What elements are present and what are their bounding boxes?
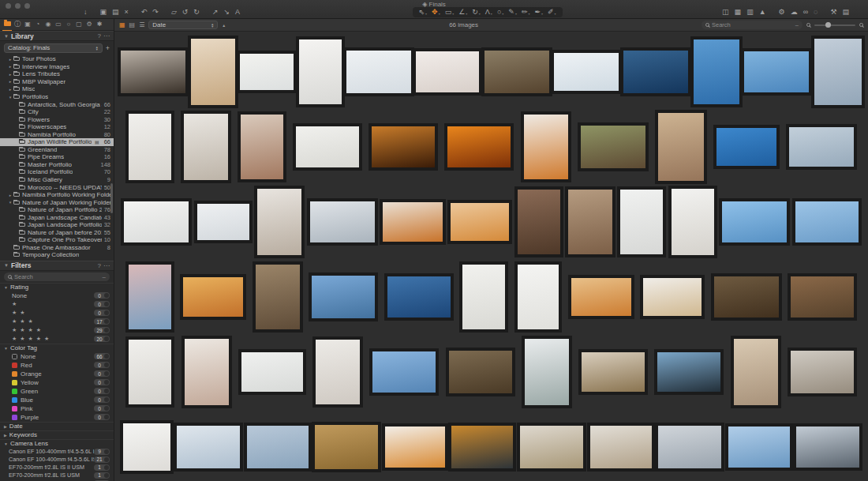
keystone-tool[interactable]: Λ bbox=[485, 9, 490, 16]
filters-panel-header[interactable]: ▼ Filters ? ⋯ bbox=[0, 261, 114, 271]
disclosure-arrow-icon[interactable]: ▸ bbox=[7, 79, 13, 84]
photo-thumbnail[interactable] bbox=[791, 276, 854, 318]
photo-thumbnail[interactable] bbox=[177, 426, 240, 468]
camera-lens-filter-row[interactable]: EF70-200mm f/2.8L IS USM1 bbox=[0, 472, 114, 479]
tool-dropdown-caret[interactable]: ▾ bbox=[528, 12, 529, 16]
grid-overlay-icon[interactable]: ▥ bbox=[746, 9, 754, 16]
sidebar-scrollbar[interactable] bbox=[110, 183, 113, 213]
photo-thumbnail[interactable] bbox=[518, 265, 559, 329]
photo-thumbnail[interactable] bbox=[694, 39, 739, 104]
photo-thumbnail[interactable] bbox=[722, 201, 787, 242]
crop-tab[interactable]: ▭ bbox=[54, 19, 63, 30]
layers-tab[interactable]: ▢ bbox=[74, 19, 84, 30]
photo-thumbnail[interactable] bbox=[123, 423, 170, 471]
spot-removal-tool[interactable]: ○ bbox=[497, 9, 501, 16]
proof-icon[interactable]: ◌ bbox=[814, 9, 817, 16]
filter-count-toggle[interactable]: 0 bbox=[94, 362, 110, 368]
photo-thumbnail[interactable] bbox=[312, 276, 375, 318]
rating-filter-row[interactable]: ★0 bbox=[0, 300, 114, 309]
tree-item-iceland-portfolio[interactable]: Iceland Portfolio70 bbox=[0, 168, 114, 176]
rotate-right-icon[interactable]: ↻ bbox=[193, 9, 200, 16]
photo-thumbnail[interactable] bbox=[796, 427, 859, 468]
thumb-list-icon[interactable]: ▤ bbox=[129, 21, 136, 28]
rating-filter-row[interactable]: None0 bbox=[0, 291, 114, 300]
photo-thumbnail[interactable] bbox=[672, 189, 714, 255]
photo-thumbnail[interactable] bbox=[372, 351, 436, 393]
filter-count-toggle[interactable]: 9 bbox=[94, 449, 110, 455]
browser-toggle-icon[interactable]: ▤ bbox=[843, 9, 850, 16]
photo-thumbnail[interactable] bbox=[462, 265, 505, 329]
photo-thumbnail[interactable] bbox=[129, 265, 171, 329]
photo-thumbnail[interactable] bbox=[620, 190, 663, 254]
disclosure-arrow-icon[interactable]: ▾ bbox=[7, 200, 13, 205]
collapsed-section-keywords[interactable]: ▶Keywords bbox=[0, 430, 114, 439]
photo-thumbnail[interactable] bbox=[383, 202, 443, 242]
filter-count-toggle[interactable]: 0 bbox=[94, 379, 110, 385]
tool-dropdown-caret[interactable]: ▾ bbox=[439, 12, 440, 16]
photo-thumbnail[interactable] bbox=[658, 426, 721, 468]
photo-thumbnail[interactable] bbox=[385, 427, 445, 468]
thumb-details-icon[interactable]: ☰ bbox=[139, 21, 144, 28]
erase-mask-tool[interactable]: ✏ bbox=[522, 9, 528, 16]
photo-thumbnail[interactable] bbox=[582, 352, 645, 392]
filter-count-toggle[interactable]: 0 bbox=[94, 405, 110, 411]
zoom-in-icon[interactable] bbox=[859, 23, 863, 27]
disclosure-arrow-icon[interactable]: ▸ bbox=[7, 193, 13, 197]
photo-thumbnail[interactable] bbox=[744, 51, 809, 92]
photo-thumbnail[interactable] bbox=[247, 426, 309, 468]
photo-thumbnail[interactable] bbox=[447, 126, 511, 167]
styles-tab[interactable]: ◉ bbox=[43, 19, 53, 30]
pan-tool[interactable]: ✥ bbox=[432, 9, 438, 16]
camera-lens-filter-row[interactable]: EF70-200mm f/2.8L IS II USM1 bbox=[0, 464, 114, 472]
tree-item-interview-images[interactable]: ▸Interview Images bbox=[0, 63, 114, 71]
photo-thumbnail[interactable] bbox=[191, 39, 235, 105]
crop-tool[interactable]: ▭ bbox=[445, 9, 452, 16]
straighten-icon[interactable]: ↗ bbox=[212, 9, 219, 16]
tree-item-misc[interactable]: ▸Misc bbox=[0, 85, 114, 93]
tree-item-lens-tributes[interactable]: ▸Lens Tributes bbox=[0, 70, 114, 78]
photo-thumbnail[interactable] bbox=[387, 276, 451, 318]
color-tag-filter-row[interactable]: Orange0 bbox=[0, 370, 114, 378]
camera-lens-section-header[interactable]: ▼ Camera Lens bbox=[0, 439, 114, 448]
tool-dropdown-caret[interactable]: ▾ bbox=[425, 12, 427, 16]
tree-item-phase-one-ambassador[interactable]: Phase One Ambassador8 bbox=[0, 244, 114, 252]
photo-thumbnail[interactable] bbox=[241, 115, 283, 179]
photo-thumbnail[interactable] bbox=[451, 203, 509, 241]
photo-thumbnail[interactable] bbox=[256, 265, 300, 329]
rotate-tool[interactable]: ↻ bbox=[472, 9, 478, 16]
undo-icon[interactable]: ↶ bbox=[141, 9, 148, 16]
color-tag-filter-row[interactable]: Yellow0 bbox=[0, 378, 114, 387]
tool-dropdown-caret[interactable]: ▾ bbox=[452, 12, 454, 16]
disclosure-arrow-icon[interactable]: ▸ bbox=[7, 64, 13, 69]
photo-thumbnail[interactable] bbox=[240, 54, 294, 90]
more-options-icon[interactable]: ⋯ bbox=[103, 262, 110, 269]
rating-section-header[interactable]: ▼ Rating bbox=[0, 283, 114, 291]
camera-lens-filter-row[interactable]: Canon EF 100-400mm f/4.5-5.6L IS II U…9 bbox=[0, 448, 114, 456]
tree-item-greenland[interactable]: Greenland78 bbox=[0, 146, 114, 154]
tree-item-flowerscapes[interactable]: Flowerscapes12 bbox=[0, 123, 114, 131]
thumbnail-size-slider[interactable] bbox=[814, 24, 855, 26]
photo-thumbnail[interactable] bbox=[716, 128, 776, 166]
tree-item-nature-of-japan-before-2019-up[interactable]: Nature of Japan before 2019 Update55 bbox=[0, 229, 114, 237]
camera-lens-filter-row[interactable]: Canon EF 100-400mm f4.5-5.6L IS II…21 bbox=[0, 456, 114, 464]
tool-dropdown-caret[interactable]: ▾ bbox=[466, 12, 467, 16]
photo-thumbnail[interactable] bbox=[185, 339, 229, 405]
shape-tab[interactable]: ○ bbox=[64, 19, 73, 30]
tree-item-morocco-needs-updating[interactable]: Morocco -- NEEDS UPDATING50 bbox=[0, 183, 114, 191]
filter-count-toggle[interactable]: 21 bbox=[94, 457, 110, 463]
tool-dropdown-caret[interactable]: ▾ bbox=[491, 12, 492, 16]
delete-icon[interactable]: × bbox=[125, 9, 129, 16]
tree-item-portfolios[interactable]: ▾Portfolios bbox=[0, 93, 114, 101]
help-icon[interactable]: ? bbox=[98, 32, 101, 39]
tree-item-misc-gallery[interactable]: Misc Gallery9 bbox=[0, 176, 114, 184]
viewer-toggle-icon[interactable]: ◫ bbox=[722, 9, 729, 16]
tool-dropdown-caret[interactable]: ▾ bbox=[541, 12, 543, 16]
photo-thumbnail[interactable] bbox=[590, 426, 652, 468]
tree-item-japan-wildlife-portfolio[interactable]: Japan Wildlife Portfolio▤66 bbox=[0, 138, 114, 146]
photo-thumbnail[interactable] bbox=[451, 426, 513, 468]
exposure-warning-icon[interactable]: ▲ bbox=[759, 9, 766, 16]
photo-thumbnail[interactable] bbox=[643, 278, 702, 316]
filters-search-input[interactable]: Search – bbox=[4, 272, 110, 281]
sort-select[interactable]: Date ▲▼ bbox=[148, 21, 218, 29]
focus-mask-icon[interactable]: ∞ bbox=[803, 9, 808, 16]
